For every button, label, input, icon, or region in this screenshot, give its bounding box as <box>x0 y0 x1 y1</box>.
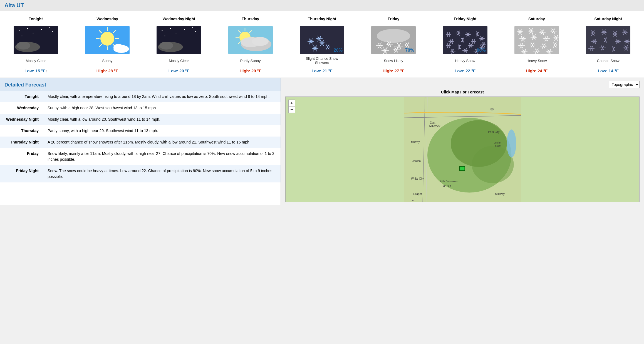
svg-point-230 <box>467 34 469 35</box>
period-desc: Mostly Clear <box>169 56 189 66</box>
forecast-row-period: Tonight <box>0 91 43 102</box>
bottom-section: Detailed Forecast TonightMostly clear, w… <box>0 78 644 205</box>
svg-point-517 <box>521 45 522 46</box>
svg-point-177 <box>385 50 386 51</box>
forecast-period: ThursdayPartly SunnyHigh: 29 °F <box>228 14 273 73</box>
svg-text:White City: White City <box>411 177 424 180</box>
map-controls: TopographicStandardSatellite <box>285 81 640 88</box>
svg-text:Draper: Draper <box>413 192 422 195</box>
period-temp: High: 29 °F <box>239 68 261 73</box>
svg-point-58 <box>310 41 311 42</box>
svg-point-138 <box>389 44 390 45</box>
forecast-periods: TonightMostly ClearLow: 15 °F↑WednesdayS… <box>0 14 644 73</box>
period-desc: Heavy Snow <box>455 56 475 66</box>
forecast-row: Thursday NightA 20 percent chance of sno… <box>0 137 281 148</box>
svg-text:11476 ft: 11476 ft <box>443 184 451 187</box>
period-name: Friday Night <box>454 14 477 24</box>
forecast-row: FridaySnow likely, mainly after 11am. Mo… <box>0 148 281 165</box>
period-icon <box>228 26 273 54</box>
forecast-row: WednesdaySunny, with a high near 28. Wes… <box>0 102 281 114</box>
period-icon: 20% <box>300 26 344 54</box>
map-zoom-controls: + − <box>288 100 295 113</box>
forecast-row-period: Friday Night <box>0 165 43 182</box>
svg-point-4 <box>52 31 53 32</box>
svg-point-21 <box>113 44 123 51</box>
svg-point-465 <box>522 38 523 39</box>
period-temp: High: 24 °F <box>526 68 548 73</box>
svg-point-582 <box>536 51 537 52</box>
page-header: Alta UT <box>0 0 644 11</box>
period-temp: Low: 22 °F <box>455 68 475 73</box>
precip-badge: 70% <box>405 48 414 53</box>
svg-text:Millcreek: Millcreek <box>429 125 441 128</box>
forecast-row-text: Snow likely, mainly after 11am. Mostly c… <box>43 148 281 165</box>
svg-point-97 <box>327 46 328 48</box>
forecast-row: ThursdayPartly sunny, with a high near 2… <box>0 125 281 137</box>
svg-point-31 <box>159 42 173 50</box>
svg-point-648 <box>624 32 625 33</box>
svg-point-6 <box>33 33 33 34</box>
forecast-period: Saturday NightChance SnowLow: 14 °F <box>586 14 630 73</box>
forecast-row-period: Wednesday <box>0 102 43 114</box>
svg-point-243 <box>477 33 478 34</box>
detailed-forecast: Detailed Forecast TonightMostly clear, w… <box>0 78 281 205</box>
forecast-period: Thursday Night20%Slight Chance Snow Show… <box>300 14 344 73</box>
svg-point-413 <box>519 31 521 32</box>
svg-point-27 <box>192 27 193 28</box>
period-name: Wednesday <box>96 14 118 24</box>
svg-point-9 <box>16 42 30 50</box>
period-temp: Low: 21 °F <box>311 68 332 73</box>
click-map-label: Click Map For Forecast <box>285 90 640 94</box>
svg-point-23 <box>162 30 163 31</box>
page-title: Alta UT <box>4 2 640 9</box>
svg-point-112 <box>377 29 410 43</box>
period-temp: High: 27 °F <box>383 68 405 73</box>
svg-text:Jordan: Jordan <box>412 160 421 163</box>
svg-point-373 <box>452 51 453 52</box>
svg-text:Jordan: Jordan <box>494 141 501 144</box>
period-desc: Heavy Snow <box>526 56 547 66</box>
forecast-row-period: Thursday Night <box>0 137 43 148</box>
svg-point-426 <box>531 31 532 32</box>
svg-point-726 <box>602 47 603 48</box>
forecast-row: Wednesday NightMostly clear, with a low … <box>0 114 281 125</box>
zoom-out-button[interactable]: − <box>288 106 295 113</box>
forecast-row-text: Partly sunny, with a high near 29. South… <box>43 125 281 137</box>
period-name: Wednesday Night <box>163 14 195 24</box>
period-name: Saturday Night <box>594 14 622 24</box>
forecast-row-text: Snow. The snow could be heavy at times. … <box>43 165 281 182</box>
svg-point-151 <box>398 46 400 47</box>
svg-point-1 <box>19 30 19 31</box>
period-name: Thursday <box>242 14 259 24</box>
period-icon <box>586 26 630 54</box>
map-svg: 80 East Millcreek Murray Jordan White Ci… <box>286 97 639 202</box>
svg-point-439 <box>542 32 543 33</box>
zoom-in-button[interactable]: + <box>288 100 295 106</box>
svg-text:Park City: Park City <box>488 130 500 133</box>
svg-point-44 <box>252 37 269 46</box>
period-name: Friday <box>388 14 399 24</box>
svg-point-26 <box>195 31 196 32</box>
svg-point-7 <box>21 36 22 36</box>
svg-point-164 <box>407 44 408 46</box>
svg-point-752 <box>626 47 627 48</box>
svg-point-256 <box>481 38 482 39</box>
svg-point-687 <box>617 41 618 42</box>
svg-point-674 <box>605 39 606 41</box>
svg-point-24 <box>170 28 171 29</box>
period-desc: Mostly Clear <box>26 56 46 66</box>
period-temp: Low: 14 °F <box>598 68 619 73</box>
forecast-table: TonightMostly clear, with a temperature … <box>0 91 281 182</box>
svg-point-282 <box>462 39 463 41</box>
map-container[interactable]: + − 80 <box>285 96 640 202</box>
map-type-select[interactable]: TopographicStandardSatellite <box>609 81 640 88</box>
svg-point-217 <box>458 33 459 34</box>
precip-badge: 90% <box>477 48 486 53</box>
forecast-row-text: Mostly clear, with a low around 20. Sout… <box>43 114 281 125</box>
svg-point-543 <box>543 46 544 47</box>
svg-point-28 <box>176 33 177 34</box>
svg-point-609 <box>592 33 593 34</box>
svg-text:Murray: Murray <box>411 140 420 143</box>
svg-point-661 <box>594 41 595 42</box>
precip-badge: 20% <box>334 48 343 53</box>
